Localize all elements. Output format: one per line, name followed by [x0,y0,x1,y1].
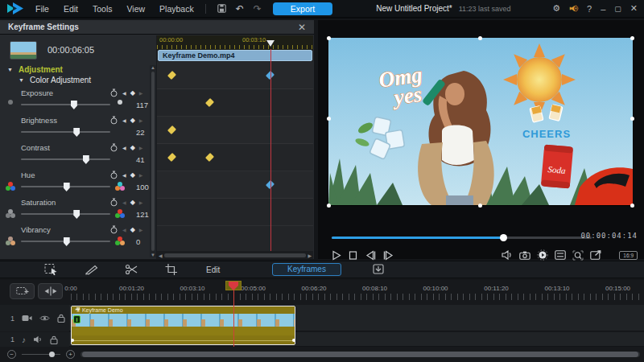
add-keyframe-icon[interactable]: ◆ [130,171,135,179]
prev-keyframe-icon[interactable]: ◀ [122,90,126,96]
split-scissors-icon[interactable] [125,264,138,276]
menu-view[interactable]: View [127,4,146,14]
resize-handle[interactable] [630,36,634,40]
section-color-adjustment[interactable]: ▼ Color Adjustment [0,75,156,85]
zoom-in-button[interactable]: + [66,350,75,359]
slider-thumb[interactable] [73,128,80,137]
menu-tools[interactable]: Tools [93,4,113,14]
maximize-button[interactable]: ▢ [614,5,621,13]
tab-keyframes[interactable]: Keyframes [272,263,341,276]
track-lock-icon[interactable] [50,335,58,344]
stopwatch-icon[interactable] [109,198,118,207]
settings-gear-icon[interactable]: ⚙ [552,3,560,14]
slider-thumb[interactable] [71,101,77,109]
param-slider[interactable] [19,236,112,247]
minimize-button[interactable]: – [601,4,605,14]
prev-keyframe-icon[interactable]: ◀ [122,172,126,178]
track-mute-speaker-icon[interactable] [33,335,43,343]
previous-frame-button[interactable] [365,250,376,261]
menu-edit[interactable]: Edit [64,4,78,14]
section-adjustment[interactable]: ▼ Adjustment [0,64,156,75]
resize-handle[interactable] [630,117,634,121]
resize-handle[interactable] [478,36,482,40]
aspect-ratio-badge[interactable]: 16:9 [619,251,638,260]
next-keyframe-icon[interactable]: ▶ [139,227,143,232]
slider-thumb[interactable] [83,155,89,164]
add-keyframe-icon[interactable]: ◆ [130,226,135,233]
keyframe-horizontal-scrollbar[interactable]: ◀ ▶ [157,251,313,259]
announcement-icon[interactable]: 📢︎ [569,4,578,14]
export-button[interactable]: Export [273,2,332,15]
slider-thumb[interactable] [64,237,70,246]
resize-handle[interactable] [478,204,482,208]
close-button[interactable]: ✕ [630,3,638,14]
scroll-right-icon[interactable]: ▶ [308,253,312,258]
timeline-zoom-slider[interactable] [22,350,60,359]
prev-keyframe-icon[interactable]: ◀ [122,145,126,150]
keyframe-diamond[interactable] [167,152,176,161]
undo-icon[interactable]: ↶ [236,3,244,14]
resize-handle[interactable] [327,204,331,208]
render-preview-icon[interactable] [537,249,548,261]
prev-keyframe-icon[interactable]: ◀ [122,227,126,232]
timeline-ruler-ticks[interactable] [71,294,641,300]
next-frame-button[interactable] [383,250,394,261]
split-clip-button[interactable] [38,283,63,299]
timeline-scrollbar[interactable] [80,352,640,357]
slider-thumb[interactable] [73,210,80,219]
collapse-triangle-icon[interactable]: ▼ [7,67,13,72]
menu-playback[interactable]: Playback [159,4,194,14]
stopwatch-icon[interactable] [109,171,118,179]
save-icon[interactable] [217,4,226,13]
properties-list-icon[interactable] [555,250,566,260]
param-slider[interactable] [19,208,112,220]
param-slider[interactable] [19,181,112,192]
prev-keyframe-icon[interactable]: ◀ [122,200,126,205]
crop-tool-icon[interactable] [165,264,178,276]
scroll-left-icon[interactable]: ◀ [159,253,163,258]
param-slider[interactable] [19,154,112,165]
timeline-scrollbar-thumb[interactable] [82,352,638,357]
timeline-playhead-line[interactable] [233,286,234,347]
export-frame-icon[interactable] [372,264,385,275]
menu-file[interactable]: File [35,4,49,14]
next-keyframe-icon[interactable]: ▶ [139,145,143,150]
volume-icon[interactable] [502,250,513,260]
collapse-triangle-icon[interactable]: ▼ [19,77,24,83]
stopwatch-icon[interactable] [109,143,118,152]
progress-handle[interactable] [500,234,507,241]
panel-close-icon[interactable]: ✕ [298,23,306,32]
scroll-down-icon[interactable]: ▼ [151,253,155,257]
add-keyframe-icon[interactable]: ◆ [130,144,135,151]
add-keyframe-icon[interactable]: ◆ [130,89,135,97]
next-keyframe-icon[interactable]: ▶ [139,117,143,123]
keyframe-diamond[interactable] [205,152,214,161]
keyframe-clip-bar[interactable]: Keyframe Demo.mp4 [158,50,312,61]
stopwatch-icon[interactable] [109,116,118,125]
resize-handle[interactable] [327,117,331,121]
keyframe-diamond[interactable] [167,125,176,134]
prev-keyframe-icon[interactable]: ◀ [122,117,126,123]
stopwatch-icon[interactable] [109,88,118,97]
next-keyframe-icon[interactable]: ▶ [139,90,143,96]
keyframe-mini-ruler[interactable]: 00:00:00 00:03:10 [157,35,313,50]
zoom-out-button[interactable]: − [7,350,16,359]
settings-vertical-scrollbar[interactable]: ▲ ▼ [150,65,156,257]
detach-window-icon[interactable] [590,250,601,260]
video-preview[interactable]: Omg yes [328,38,633,206]
seek-bar[interactable] [332,237,592,239]
add-keyframe-icon[interactable]: ◆ [130,117,135,124]
slider-thumb[interactable] [64,183,70,191]
param-slider[interactable] [19,99,112,110]
resize-handle[interactable] [327,36,331,40]
next-keyframe-icon[interactable]: ▶ [139,172,143,178]
zoom-search-icon[interactable] [572,250,584,261]
kf-playhead-marker[interactable] [266,40,275,47]
param-slider[interactable] [19,126,112,138]
resize-handle[interactable] [630,204,634,208]
stop-button[interactable] [349,250,357,261]
help-icon[interactable]: ? [587,4,592,14]
stopwatch-icon[interactable] [109,225,118,234]
keyframe-diamond[interactable] [205,97,214,106]
pen-tool-icon[interactable] [85,264,99,275]
